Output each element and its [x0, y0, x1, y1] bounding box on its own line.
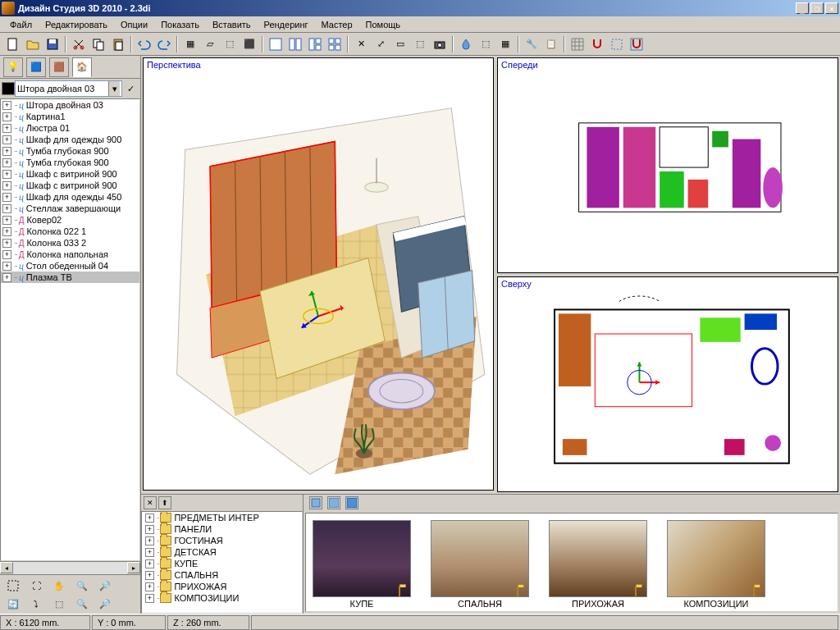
- snap3-icon[interactable]: [628, 35, 646, 53]
- tree-item[interactable]: +···ⴗКартина1: [1, 111, 139, 122]
- expand-icon[interactable]: +: [2, 273, 11, 282]
- tool-icon[interactable]: ▦: [496, 35, 514, 53]
- expand-icon[interactable]: +: [145, 559, 154, 568]
- viewport-front[interactable]: Спереди: [497, 57, 838, 273]
- tool-icon[interactable]: ⬚: [477, 35, 495, 53]
- expand-icon[interactable]: +: [145, 594, 154, 603]
- tree-item[interactable]: +···ДКолонка 022 1: [1, 226, 139, 237]
- menu-show[interactable]: Показать: [154, 18, 206, 31]
- tree-item[interactable]: +···ⴗШкаф для одежды 900: [1, 134, 139, 145]
- tab-obj-icon[interactable]: 🟫: [49, 57, 69, 77]
- expand-icon[interactable]: +: [2, 216, 11, 225]
- snap2-icon[interactable]: [608, 35, 626, 53]
- expand-icon[interactable]: +: [2, 158, 11, 167]
- layout-2-icon[interactable]: [286, 35, 304, 53]
- h-scrollbar[interactable]: ◂ ▸: [0, 561, 140, 574]
- tree-item[interactable]: +···ⴗСтеллаж завершающи: [1, 203, 139, 214]
- expand-icon[interactable]: +: [145, 571, 154, 580]
- library-thumb[interactable]: КОМПОЗИЦИИ: [667, 520, 765, 609]
- tool-icon[interactable]: ▦: [181, 35, 199, 53]
- expand-icon[interactable]: +: [2, 147, 11, 156]
- tool-icon[interactable]: ⬚: [411, 35, 429, 53]
- folder-item[interactable]: +··ПРИХОЖАЯ: [142, 581, 302, 592]
- grid-icon[interactable]: [568, 35, 587, 53]
- copy-icon[interactable]: [89, 35, 107, 53]
- viewport-top[interactable]: Сверху: [497, 276, 838, 492]
- orbit-icon[interactable]: 🔄: [2, 595, 24, 613]
- tree-item[interactable]: +···ⴗШкаф с витриной 900: [1, 168, 139, 180]
- zoom-in-icon[interactable]: 🔎: [94, 577, 116, 595]
- object-dropdown[interactable]: Штора двойная 03 ▾: [15, 80, 122, 97]
- camera-icon[interactable]: [431, 35, 449, 53]
- library-thumb[interactable]: СПАЛЬНЯ: [431, 520, 529, 609]
- viewport-perspective[interactable]: Перспектива: [143, 57, 494, 491]
- scene-tree[interactable]: +···ⴗШтора двойная 03+···ⴗКартина1+···ⴗЛ…: [0, 98, 140, 561]
- tree-item[interactable]: +···ⴗПлазма ТВ: [1, 272, 139, 283]
- tab-scene-icon[interactable]: 🏠: [72, 57, 92, 77]
- expand-icon[interactable]: +: [2, 262, 11, 271]
- material-color[interactable]: [2, 82, 15, 95]
- expand-icon[interactable]: +: [2, 181, 11, 190]
- menu-help[interactable]: Помощь: [359, 18, 408, 31]
- tree-item[interactable]: +···ⴗШкаф для одежды 450: [1, 191, 139, 203]
- expand-icon[interactable]: +: [2, 239, 11, 248]
- save-icon[interactable]: [43, 35, 62, 53]
- apply-icon[interactable]: ✓: [123, 81, 138, 96]
- tool-icon[interactable]: 📋: [542, 35, 560, 53]
- library-thumb[interactable]: КУПЕ: [313, 520, 411, 609]
- expand-icon[interactable]: +: [2, 124, 11, 133]
- folder-item[interactable]: +··ПАНЕЛИ: [142, 523, 302, 535]
- expand-icon[interactable]: +: [2, 227, 11, 236]
- layout-1-icon[interactable]: [267, 35, 285, 53]
- maximize-button[interactable]: ❐: [810, 2, 824, 14]
- tool-icon[interactable]: ▱: [201, 35, 219, 53]
- tree-item[interactable]: +···ⴗТумба глубокая 900: [1, 157, 139, 168]
- tool-icon[interactable]: ⤢: [372, 35, 390, 53]
- tab-light-icon[interactable]: 💡: [3, 57, 23, 77]
- menu-options[interactable]: Опции: [114, 18, 154, 31]
- expand-icon[interactable]: +: [2, 250, 11, 259]
- tree-item[interactable]: +···ДКолонка напольная: [1, 249, 139, 260]
- redo-icon[interactable]: [155, 35, 173, 53]
- layout-4-icon[interactable]: [326, 35, 344, 53]
- tab-mat-icon[interactable]: 🟦: [26, 57, 46, 77]
- close-button[interactable]: ✕: [825, 2, 838, 14]
- tree-item[interactable]: +···ⴗЛюстра 01: [1, 122, 139, 134]
- zoom-extents-icon[interactable]: ⛶: [25, 577, 47, 595]
- open-icon[interactable]: [24, 35, 42, 53]
- folder-item[interactable]: +··СПАЛЬНЯ: [142, 569, 302, 581]
- tree-item[interactable]: +···ⴗШкаф с витриной 900: [1, 180, 139, 191]
- expand-icon[interactable]: +: [145, 536, 154, 546]
- cut-icon[interactable]: [70, 35, 88, 53]
- menu-file[interactable]: Файл: [3, 18, 39, 31]
- menu-insert[interactable]: Вставить: [206, 18, 258, 31]
- view-med-icon[interactable]: [327, 496, 340, 509]
- scroll-left-icon[interactable]: ◂: [0, 562, 13, 573]
- minimize-button[interactable]: _: [796, 2, 809, 14]
- up-icon[interactable]: ⬆: [158, 496, 171, 509]
- expand-icon[interactable]: +: [145, 514, 154, 523]
- tree-item[interactable]: +···ⴗТумба глубокая 900: [1, 145, 139, 157]
- expand-icon[interactable]: +: [2, 204, 11, 213]
- tool-icon[interactable]: ⬚: [221, 35, 239, 53]
- pan-icon[interactable]: ✋: [48, 577, 70, 595]
- tree-item[interactable]: +···ДКолонка 033 2: [1, 237, 139, 249]
- expand-icon[interactable]: +: [2, 193, 11, 202]
- tool-icon[interactable]: 🔧: [523, 35, 541, 53]
- folder-item[interactable]: +··ПРЕДМЕТЫ ИНТЕР: [142, 512, 302, 523]
- expand-icon[interactable]: +: [145, 548, 154, 557]
- undo-icon[interactable]: [135, 35, 153, 53]
- tree-item[interactable]: +···ⴗШтора двойная 03: [1, 99, 139, 111]
- folder-item[interactable]: +··ГОСТИНАЯ: [142, 535, 302, 546]
- tool-icon[interactable]: ▭: [391, 35, 409, 53]
- zoom-icon[interactable]: 🔍: [71, 577, 93, 595]
- expand-icon[interactable]: +: [2, 112, 11, 121]
- render-drop-icon[interactable]: [457, 35, 475, 53]
- close-panel-icon[interactable]: ✕: [144, 496, 157, 509]
- tool-icon[interactable]: ⬛: [240, 35, 258, 53]
- expand-icon[interactable]: +: [2, 135, 11, 144]
- tree-item[interactable]: +···ⴗСтол обеденный 04: [1, 260, 139, 272]
- walk-icon[interactable]: ⤵: [25, 595, 47, 613]
- expand-icon[interactable]: +: [2, 101, 11, 110]
- folder-item[interactable]: +··ДЕТСКАЯ: [142, 546, 302, 558]
